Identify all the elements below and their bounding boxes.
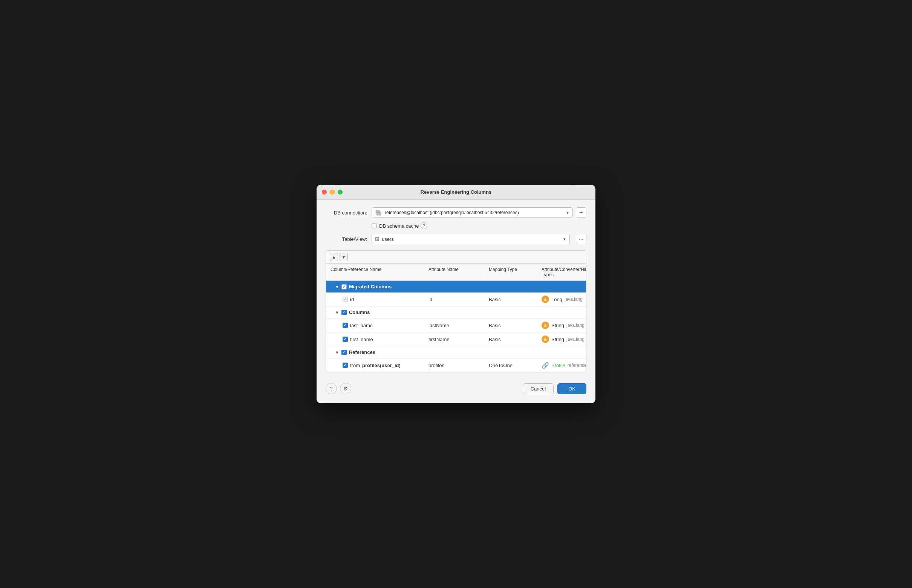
main-window: Reverse Engineering Columns DB connectio… [316,185,596,403]
firstname-attr-name: firstName [428,337,450,342]
references-chevron-icon: ▼ [335,350,339,355]
lastname-name-cell: last_name [326,320,424,331]
firstname-col-name: first_name [350,337,373,342]
group-migrated-cell: ▼ Migrated Columns [326,281,424,292]
table-chevron-down-icon: ▼ [563,237,567,241]
id-checkbox[interactable] [342,297,348,302]
table-row: last_name lastName Basic a String java.l… [326,318,586,333]
lastname-attr-name: lastName [428,323,449,328]
settings-button[interactable]: ⚙ [340,383,351,394]
firstname-type-badge: a [542,336,549,343]
profiles-mapping-type: OneToOne [489,363,513,368]
db-schema-cache-text: DB schema cache [379,223,419,229]
table-view-field-group: ⊞ users ▼ ··· [371,234,586,244]
columns-table-container: ▲ ▼ Column/Reference Name Attribute Name… [326,250,586,372]
firstname-type-class: String [551,337,564,342]
id-type-cell: a Long java.lang [537,292,586,306]
db-schema-cache-label[interactable]: DB schema cache [371,223,419,229]
references-group-checkbox[interactable] [341,350,347,355]
columns-group-checkbox[interactable] [341,310,347,315]
db-connection-row: DB connection: 🐘 references@localhost (j… [326,207,586,218]
table-more-button[interactable]: ··· [576,234,586,244]
dialog-footer: ? ⚙ Cancel OK [326,378,586,396]
group-references[interactable]: ▼ References [326,346,586,359]
col-header-attr: Attribute Name [424,264,484,280]
columns-group-title: Columns [349,309,370,315]
footer-right-buttons: Cancel OK [523,383,586,394]
columns-chevron-icon: ▼ [335,310,339,315]
references-group-title: References [349,349,375,355]
profiles-attr-cell: profiles [424,360,484,371]
migrated-group-title: Migrated Columns [349,284,392,289]
help-schema-icon[interactable]: ? [421,222,427,229]
id-type-class: Long [551,297,562,302]
profiles-name-cell: from profiles(user_id) [326,360,424,371]
traffic-lights [322,190,342,194]
firstname-attr-cell: firstName [424,334,484,345]
firstname-mapping-type: Basic [489,337,501,342]
id-type-package: java.lang [565,297,583,302]
group-columns-cell: ▼ Columns [326,307,424,318]
firstname-name-cell: first_name [326,334,424,345]
db-connection-select[interactable]: 🐘 references@localhost (jdbc:postgresql:… [371,207,573,218]
lastname-type-class: String [551,323,564,328]
help-button[interactable]: ? [326,383,337,394]
move-up-button[interactable]: ▲ [330,253,338,261]
footer-left-buttons: ? ⚙ [326,383,351,394]
id-type-badge: a [542,296,549,303]
table-view-value: users [382,236,561,242]
profiles-type-suffix: references [568,363,586,368]
table-header: Column/Reference Name Attribute Name Map… [326,264,586,281]
profiles-type-class: Profile [551,363,565,368]
id-col-name: id [350,297,354,302]
db-connection-value: references@localhost (jdbc:postgresql://… [385,210,564,215]
group-migrated-columns[interactable]: ▼ Migrated Columns [326,281,586,292]
table-view-select[interactable]: ⊞ users ▼ [371,234,570,244]
db-connection-field-group: 🐘 references@localhost (jdbc:postgresql:… [371,207,586,218]
move-down-button[interactable]: ▼ [339,253,348,261]
table-view-label: Table/View: [326,236,367,242]
title-bar: Reverse Engineering Columns [316,185,596,200]
id-mapping-cell: Basic [484,294,537,305]
lastname-mapping-type: Basic [489,323,501,328]
add-connection-button[interactable]: + [576,207,586,218]
maximize-button[interactable] [338,190,342,194]
profiles-col-prefix: from [350,363,360,368]
id-attr-cell: id [424,294,484,305]
db-schema-cache-checkbox[interactable] [371,223,377,228]
firstname-checkbox[interactable] [342,337,348,342]
migrated-chevron-icon: ▼ [335,284,339,289]
lastname-type-badge: a [542,321,549,329]
profiles-type-cell: 🔗 Profile references [537,359,586,372]
lastname-col-name: last_name [350,323,373,328]
profiles-link-icon: 🔗 [542,362,549,369]
close-button[interactable] [322,190,327,194]
profiles-mapping-cell: OneToOne [484,360,537,371]
profiles-checkbox[interactable] [342,363,348,368]
db-icon: 🐘 [375,209,383,216]
minimize-button[interactable] [330,190,335,194]
table-row: first_name firstName Basic a String java… [326,333,586,346]
db-schema-cache-row: DB schema cache ? [371,222,586,229]
chevron-down-icon: ▼ [566,211,570,215]
profiles-col-name-bold: profiles(user_id) [362,363,400,368]
firstname-type-cell: a String java.lang [537,333,586,346]
column-controls: ▲ ▼ [326,250,586,264]
lastname-checkbox[interactable] [342,323,348,328]
ok-button[interactable]: OK [557,383,586,394]
window-title: Reverse Engineering Columns [421,189,492,195]
profiles-attr-name: profiles [428,363,444,368]
table-row: from profiles(user_id) profiles OneToOne… [326,359,586,372]
lastname-type-package: java.lang [567,323,584,328]
lastname-mapping-cell: Basic [484,320,537,331]
table-view-row: Table/View: ⊞ users ▼ ··· [326,234,586,244]
table-icon: ⊞ [375,236,379,242]
lastname-attr-cell: lastName [424,320,484,331]
dialog-content: DB connection: 🐘 references@localhost (j… [316,200,596,403]
cancel-button[interactable]: Cancel [523,383,554,394]
group-columns[interactable]: ▼ Columns [326,307,586,318]
migrated-group-checkbox[interactable] [341,284,347,289]
col-header-name: Column/Reference Name [326,264,424,280]
col-header-mapping: Mapping Type [484,264,537,280]
table-row: id id Basic a Long java.lang [326,292,586,307]
